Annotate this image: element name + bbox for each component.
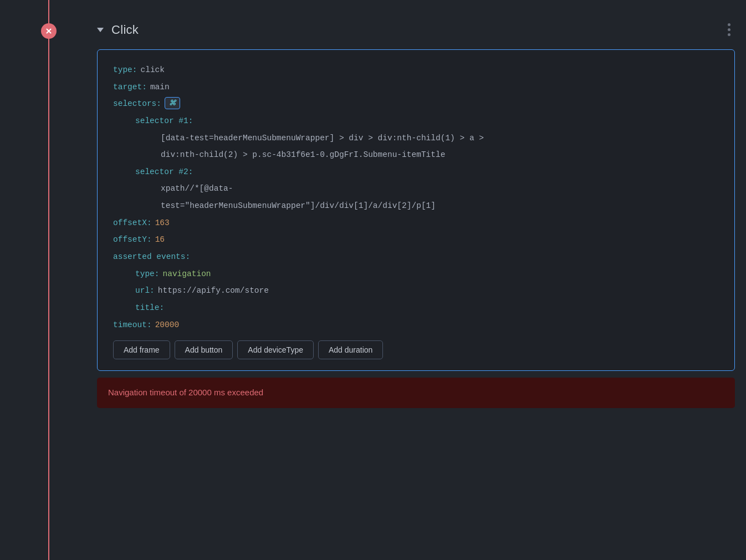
selectors-key: selectors:: [113, 97, 161, 111]
selector1-path1: [data-test=headerMenuSubmenuWrapper] > d…: [161, 131, 484, 145]
error-banner: Navigation timeout of 20000 ms exceeded: [97, 378, 735, 408]
error-message: Navigation timeout of 20000 ms exceeded: [108, 388, 263, 397]
asserted-url-value: https://apify.com/store: [158, 284, 269, 298]
add-device-type-button[interactable]: Add deviceType: [237, 340, 314, 359]
asserted-url-line: url: https://apify.com/store: [135, 284, 719, 298]
offsetx-key: offsetX:: [113, 216, 152, 230]
offsetx-line: offsetX: 163: [113, 216, 719, 230]
asserted-type-key: type:: [135, 267, 160, 281]
type-line: type: click: [113, 63, 719, 77]
type-key: type:: [113, 63, 137, 77]
asserted-type-line: type: navigation: [135, 267, 719, 281]
selector2-path2: test="headerMenuSubmenuWrapper"]/div/div…: [161, 199, 436, 213]
selector-badge-icon: ⌘: [169, 97, 176, 109]
asserted-title-line: title:: [135, 301, 719, 315]
asserted-key: asserted events:: [113, 250, 190, 264]
asserted-events-line: asserted events:: [113, 250, 719, 264]
type-value: click: [141, 63, 165, 77]
selector1-line1: [data-test=headerMenuSubmenuWrapper] > d…: [157, 131, 719, 145]
asserted-url-key: url:: [135, 284, 155, 298]
selector1-path2: div:nth-child(2) > p.sc-4b31f6e1-0.gDgFr…: [161, 148, 445, 162]
target-key: target:: [113, 80, 147, 94]
offsetx-value: 163: [155, 216, 170, 230]
code-panel: type: click target: main selectors: ⌘ se…: [97, 49, 735, 371]
selector1-line2: div:nth-child(2) > p.sc-4b31f6e1-0.gDgFr…: [157, 148, 719, 162]
chevron-down-icon: [97, 28, 104, 32]
timeout-key: timeout:: [113, 318, 152, 332]
selector2-line2: test="headerMenuSubmenuWrapper"]/div/div…: [157, 199, 719, 213]
add-frame-button[interactable]: Add frame: [113, 340, 170, 359]
selector2-value-block: xpath//*[@data- test="headerMenuSubmenuW…: [157, 182, 719, 212]
button-row: Add frame Add button Add deviceType Add …: [113, 340, 719, 359]
add-duration-button[interactable]: Add duration: [318, 340, 383, 359]
close-button[interactable]: [41, 23, 57, 39]
content-area: Click type: click target: main select: [97, 0, 746, 560]
timeline-gutter: [0, 0, 97, 560]
offsety-key: offsetY:: [113, 233, 152, 247]
selector1-key: selector #1:: [135, 114, 193, 128]
timeout-value: 20000: [155, 318, 180, 332]
more-menu-button[interactable]: [723, 21, 735, 38]
target-value: main: [150, 80, 170, 94]
selector2-label-line: selector #2:: [135, 165, 719, 179]
selectors-line: selectors: ⌘: [113, 97, 719, 111]
step-title: Click: [111, 23, 139, 37]
selector2-block: selector #2: xpath//*[@data- test="heade…: [135, 165, 719, 213]
offsety-line: offsetY: 16: [113, 233, 719, 247]
selector1-label-line: selector #1:: [135, 114, 719, 128]
asserted-type-block: type: navigation url: https://apify.com/…: [135, 267, 719, 315]
selector1-block: selector #1: [data-test=headerMenuSubmen…: [135, 114, 719, 162]
step-header: Click: [97, 17, 735, 43]
selector-badge[interactable]: ⌘: [165, 97, 180, 109]
asserted-type-value: navigation: [163, 267, 211, 281]
selector1-value-block: [data-test=headerMenuSubmenuWrapper] > d…: [157, 131, 719, 162]
selector2-path1: xpath//*[@data-: [161, 182, 233, 196]
step-header-left: Click: [97, 23, 139, 37]
offsety-value: 16: [155, 233, 165, 247]
target-line: target: main: [113, 80, 719, 94]
add-button-button[interactable]: Add button: [175, 340, 233, 359]
selector2-line1: xpath//*[@data-: [157, 182, 719, 196]
timeout-line: timeout: 20000: [113, 318, 719, 332]
timeline-line: [48, 0, 49, 560]
selector2-key: selector #2:: [135, 165, 193, 179]
asserted-title-key: title:: [135, 301, 164, 315]
